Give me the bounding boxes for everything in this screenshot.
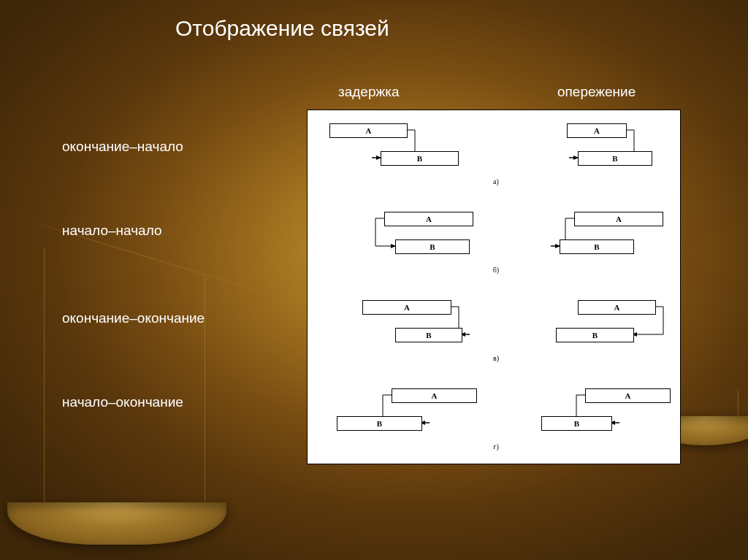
scale-wire-decoration bbox=[44, 248, 45, 504]
task-box-b: B bbox=[395, 328, 462, 342]
scale-wire-decoration bbox=[738, 391, 739, 423]
row-sublabel: в) bbox=[489, 354, 503, 362]
task-box-b: B bbox=[381, 151, 459, 166]
scale-pan-left-decoration bbox=[7, 502, 226, 545]
task-box-a: A bbox=[567, 123, 627, 138]
task-box-a: A bbox=[362, 300, 451, 315]
slide-title: Отображение связей bbox=[175, 16, 389, 41]
task-box-a: A bbox=[578, 300, 656, 315]
task-box-a: A bbox=[392, 388, 477, 403]
diagram-panel: ABABABABABABABABа)б)в)г) bbox=[307, 110, 681, 464]
task-box-b: B bbox=[556, 328, 634, 342]
task-box-b: B bbox=[578, 151, 652, 166]
task-box-b: B bbox=[337, 416, 422, 431]
task-box-a: A bbox=[585, 388, 671, 403]
task-box-a: A bbox=[384, 212, 473, 226]
task-box-b: B bbox=[395, 239, 470, 254]
row-label-sf: начало–окончание bbox=[62, 394, 183, 410]
task-box-b: B bbox=[541, 416, 612, 431]
row-label-fs: окончание–начало bbox=[62, 139, 183, 155]
task-box-a: A bbox=[574, 212, 663, 226]
row-sublabel: б) bbox=[489, 266, 503, 274]
row-sublabel: г) bbox=[489, 442, 503, 450]
task-box-b: B bbox=[560, 239, 634, 254]
slide: Отображение связей задержка опережение о… bbox=[0, 0, 748, 560]
row-label-ff: окончание–окончание bbox=[62, 310, 205, 326]
column-header-lead: опережение bbox=[557, 84, 636, 100]
column-header-delay: задержка bbox=[338, 84, 400, 100]
row-sublabel: а) bbox=[489, 177, 503, 185]
row-label-ss: начало–начало bbox=[62, 223, 162, 239]
task-box-a: A bbox=[329, 123, 408, 138]
